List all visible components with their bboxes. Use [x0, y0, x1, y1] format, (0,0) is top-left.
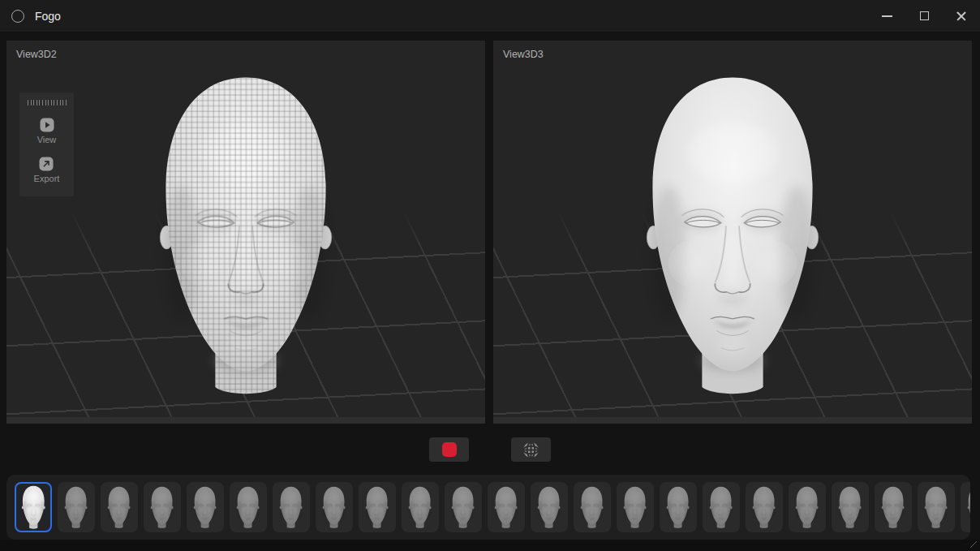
thumbnail[interactable]: [187, 482, 224, 532]
thumbnail-face: [191, 485, 219, 529]
thumbnail[interactable]: [316, 482, 353, 532]
thumbnail[interactable]: [15, 482, 52, 532]
thumbnail-face: [320, 485, 348, 529]
viewport-3d-wireframe[interactable]: View3D2 View Export: [6, 41, 485, 424]
thumbnail[interactable]: [273, 482, 310, 532]
filmstrip: [6, 475, 970, 532]
thumbnail[interactable]: [703, 482, 740, 532]
thumbnail[interactable]: [660, 482, 697, 532]
thumbnail-face: [148, 485, 176, 529]
view-button[interactable]: View: [37, 118, 57, 144]
thumbnail[interactable]: [402, 482, 439, 532]
export-button[interactable]: Export: [34, 157, 60, 183]
thumbnail-face: [664, 485, 692, 529]
close-icon: [956, 11, 967, 22]
thumbnail-face: [535, 485, 563, 529]
viewport-scrollbar[interactable]: [6, 417, 485, 424]
thumbnail[interactable]: [918, 482, 955, 532]
maximize-icon: [920, 11, 929, 20]
wireframe-face-mesh: [137, 67, 355, 402]
play-icon: [40, 118, 54, 132]
thumbnail-face: [707, 485, 735, 529]
app-logo-circle-icon: [11, 10, 24, 23]
minimize-button[interactable]: [868, 0, 905, 32]
thumbnail-face: [750, 485, 778, 529]
thumbnail-face: [406, 485, 434, 529]
viewport-3d-shaded[interactable]: View3D3: [493, 41, 972, 424]
panel-drag-handle[interactable]: [28, 100, 67, 105]
thumbnail[interactable]: [445, 482, 482, 532]
thumbnail[interactable]: [574, 482, 611, 532]
thumbnail-face: [363, 485, 391, 529]
thumbnail-face: [277, 485, 305, 529]
thumbnail[interactable]: [746, 482, 783, 532]
thumbnail[interactable]: [832, 482, 869, 532]
window-controls: [868, 0, 980, 32]
thumbnail[interactable]: [144, 482, 181, 532]
window-footer: [0, 540, 980, 551]
thumbnail[interactable]: [789, 482, 826, 532]
resize-grip[interactable]: [970, 541, 979, 550]
thumbnail[interactable]: [961, 482, 970, 532]
globe-icon: [522, 441, 540, 459]
thumbnail[interactable]: [875, 482, 912, 532]
thumbnail-face: [492, 485, 520, 529]
viewport-label: View3D2: [16, 49, 57, 60]
thumbnail[interactable]: [230, 482, 267, 532]
minimize-icon: [882, 15, 892, 17]
transport-bar: [0, 437, 980, 462]
thumbnail-face: [62, 485, 90, 529]
thumbnail[interactable]: [617, 482, 654, 532]
thumbnail[interactable]: [531, 482, 568, 532]
thumbnail-face: [793, 485, 821, 529]
thumbnail[interactable]: [359, 482, 396, 532]
close-button[interactable]: [943, 0, 980, 32]
globe-button[interactable]: [511, 437, 551, 462]
thumbnail-face: [449, 485, 477, 529]
thumbnail-face: [836, 485, 864, 529]
thumbnail-face: [105, 485, 133, 529]
thumbnail-face: [234, 485, 262, 529]
maximize-button[interactable]: [905, 0, 943, 32]
thumbnail-face: [578, 485, 606, 529]
tool-panel: View Export: [19, 93, 74, 196]
shaded-face: [624, 67, 842, 402]
thumbnail-face: [879, 485, 907, 529]
stop-button[interactable]: [429, 437, 469, 462]
export-arrow-icon: [39, 157, 54, 171]
thumbnail-face: [19, 484, 49, 530]
titlebar: Fogo: [0, 0, 980, 32]
thumbnail-face: [621, 485, 649, 529]
view-button-label: View: [37, 135, 57, 144]
stop-icon: [442, 442, 457, 457]
thumbnail[interactable]: [488, 482, 525, 532]
thumbnail-face: [922, 485, 950, 529]
filmstrip-panel: [6, 475, 970, 540]
thumbnail[interactable]: [58, 482, 95, 532]
viewport-scrollbar[interactable]: [493, 417, 972, 424]
viewport-label: View3D3: [503, 49, 544, 60]
thumbnail-face: [965, 485, 970, 529]
app-title: Fogo: [35, 10, 61, 23]
thumbnail[interactable]: [101, 482, 138, 532]
export-button-label: Export: [34, 174, 60, 183]
